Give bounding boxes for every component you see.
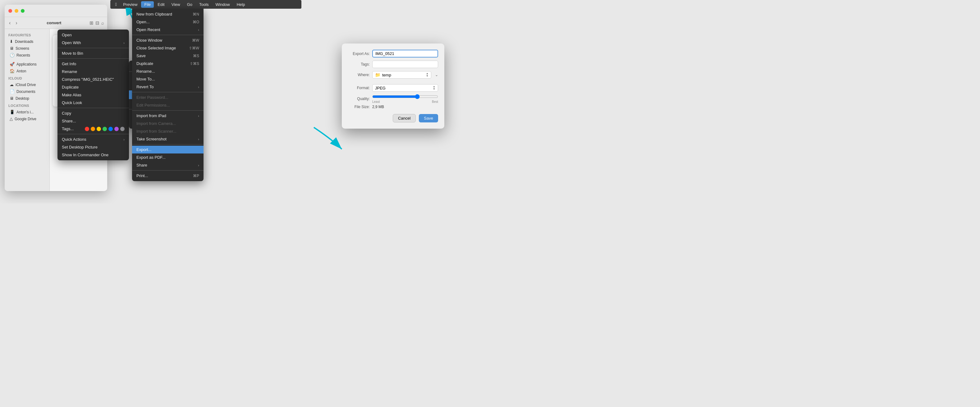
recents-icon: 🕐 [10, 53, 14, 57]
arrow-icon: › [123, 41, 125, 45]
arrow-icon: › [198, 137, 199, 141]
forward-button[interactable]: › [14, 19, 18, 26]
sidebar-item-label: Screens [16, 46, 29, 51]
fm-open-recent[interactable]: Open Recent › [132, 26, 204, 33]
ctx-quick-actions[interactable]: Quick Actions › [57, 135, 129, 143]
fm-export[interactable]: Export... [132, 146, 204, 153]
arrow-icon: › [198, 28, 199, 32]
format-stepper[interactable]: ▲ ▼ [433, 86, 435, 91]
orange-dot[interactable] [91, 127, 95, 131]
sidebar-item-desktop[interactable]: 🖥 Desktop [6, 95, 48, 102]
sidebar-item-anton[interactable]: 🏠 Anton [6, 68, 48, 74]
fm-duplicate[interactable]: Duplicate ⇧⌘S [132, 60, 204, 67]
stepper-down[interactable]: ▼ [426, 75, 428, 77]
expand-button[interactable]: ⌄ [435, 73, 438, 77]
ctx-show-in-commander[interactable]: Show In Commander One [57, 151, 129, 159]
ctx-move-to-bin[interactable]: Move to Bin [57, 49, 129, 57]
format-select[interactable]: JPEG ▲ ▼ [372, 84, 438, 92]
ctx-duplicate[interactable]: Duplicate [57, 83, 129, 91]
blue-dot[interactable] [108, 127, 113, 131]
fm-close-window[interactable]: Close Window ⌘W [132, 37, 204, 44]
quality-label: Quality: [348, 97, 370, 101]
fm-print[interactable]: Print... ⌘P [132, 172, 204, 180]
ctx-share[interactable]: Share... [57, 117, 129, 125]
sidebar-item-icloud-drive[interactable]: ☁ iCloud Drive [6, 81, 48, 88]
grid-icon[interactable]: ⊞ [89, 20, 94, 26]
menu-tools[interactable]: Tools [196, 1, 212, 8]
screens-icon: 🖥 [10, 46, 14, 51]
fm-save[interactable]: Save ⌘S [132, 52, 204, 60]
ctx-open[interactable]: Open [57, 31, 129, 39]
menu-file[interactable]: File [141, 1, 154, 8]
where-stepper[interactable]: ▲ ▼ [426, 72, 428, 77]
fm-import-camera: Import from Camera... [132, 119, 204, 127]
downloads-icon: ⬇ [10, 39, 13, 44]
fm-import-ipad[interactable]: Import from iPad › [132, 112, 204, 119]
ctx-make-alias[interactable]: Make Alias [57, 91, 129, 99]
fm-take-screenshot[interactable]: Take Screenshot › [132, 135, 204, 143]
green-dot[interactable] [103, 127, 107, 131]
quality-slider-container: Least Best [372, 94, 438, 103]
fm-share[interactable]: Share › [132, 161, 204, 169]
sidebar-item-iphone[interactable]: 📱 Anton's i... [6, 109, 48, 115]
ctx-tags[interactable]: Tags... [57, 125, 129, 133]
ctx-compress[interactable]: Compress "IMG_0521.HEIC" [57, 75, 129, 83]
export-as-input[interactable] [372, 50, 438, 57]
menu-help[interactable]: Help [234, 1, 248, 8]
ctx-rename[interactable]: Rename [57, 68, 129, 75]
menu-edit[interactable]: Edit [154, 1, 167, 8]
gray-dot[interactable] [120, 127, 125, 131]
fm-rename[interactable]: Rename... [132, 67, 204, 75]
quality-slider[interactable] [372, 94, 438, 99]
fm-enter-password: Enter Password... [132, 94, 204, 101]
menu-go[interactable]: Go [184, 1, 196, 8]
documents-icon: 📄 [10, 89, 14, 94]
minimize-button[interactable] [14, 9, 18, 13]
close-button[interactable] [8, 9, 12, 13]
icloud-icon: ☁ [10, 82, 14, 87]
ctx-get-info[interactable]: Get Info [57, 60, 129, 68]
sidebar-item-google-drive[interactable]: △ Google Drive [6, 116, 48, 122]
save-button[interactable]: Save [419, 114, 438, 122]
where-row: Where: 📁 temp ▲ ▼ ⌄ [348, 71, 438, 79]
export-dialog: Export As: Tags: Where: 📁 temp ▲ ▼ ⌄ For… [342, 43, 444, 129]
ctx-copy[interactable]: Copy [57, 110, 129, 117]
fm-revert-to[interactable]: Revert To › [132, 83, 204, 91]
back-button[interactable]: ‹ [8, 19, 12, 26]
ctx-quick-look[interactable]: Quick Look [57, 99, 129, 107]
where-selector[interactable]: 📁 temp ▲ ▼ [372, 71, 431, 79]
format-label: Format: [348, 86, 370, 90]
fm-export-pdf[interactable]: Export as PDF... [132, 153, 204, 161]
tags-field[interactable] [372, 60, 438, 68]
yellow-dot[interactable] [97, 127, 101, 131]
search-icon[interactable]: ⌕ [101, 20, 104, 25]
menu-preview[interactable]: Preview [120, 1, 140, 8]
sidebar-item-screens[interactable]: 🖥 Screens [6, 45, 48, 52]
sidebar-item-downloads[interactable]: ⬇ Downloads [6, 38, 48, 45]
file-menu-dropdown: New from Clipboard ⌘N Open... ⌘O Open Re… [132, 9, 204, 181]
purple-dot[interactable] [115, 127, 119, 131]
ctx-set-desktop[interactable]: Set Desktop Picture [57, 143, 129, 151]
shortcut-label: ⌘S [193, 54, 199, 58]
sidebar-item-recents[interactable]: 🕐 Recents [6, 52, 48, 59]
fm-move-to[interactable]: Move To... [132, 75, 204, 83]
fm-open[interactable]: Open... ⌘O [132, 18, 204, 26]
fm-new-from-clipboard[interactable]: New from Clipboard ⌘N [132, 10, 204, 18]
red-dot[interactable] [85, 127, 89, 131]
sidebar-item-applications[interactable]: 🚀 Applications [6, 61, 48, 67]
list-icon[interactable]: ⊟ [95, 20, 99, 26]
cancel-button[interactable]: Cancel [393, 114, 416, 122]
ctx-divider-4 [57, 134, 129, 134]
sidebar-item-label: Desktop [16, 96, 29, 101]
maximize-button[interactable] [21, 9, 25, 13]
apple-menu[interactable]:  [113, 2, 119, 7]
fm-close-selected[interactable]: Close Selected Image ⇧⌘W [132, 44, 204, 52]
sidebar-item-documents[interactable]: 📄 Documents [6, 88, 48, 95]
stepper-down[interactable]: ▼ [433, 88, 435, 91]
fm-divider-2 [132, 92, 204, 92]
format-value: JPEG [375, 86, 386, 91]
menu-window[interactable]: Window [212, 1, 233, 8]
where-label: Where: [348, 73, 370, 77]
ctx-open-with[interactable]: Open With › [57, 39, 129, 47]
menu-view[interactable]: View [169, 1, 183, 8]
